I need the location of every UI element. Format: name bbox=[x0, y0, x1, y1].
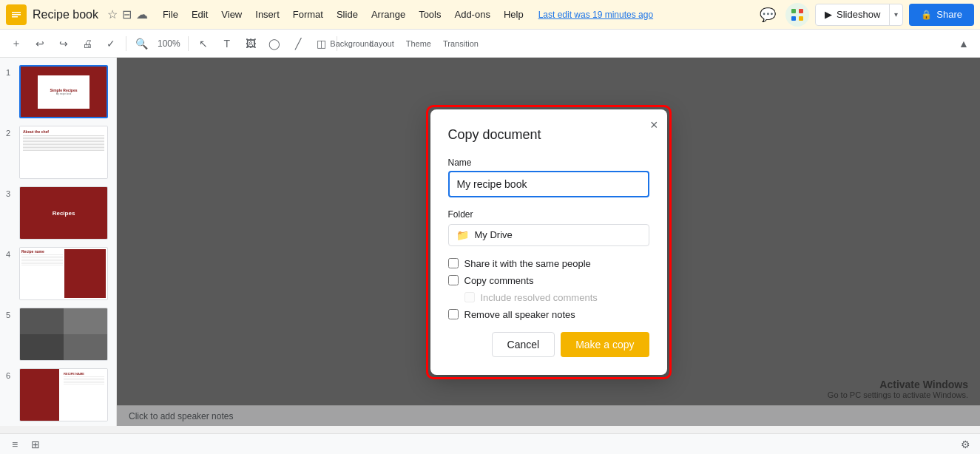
layout-button[interactable]: Layout bbox=[365, 33, 399, 54]
play-icon: ▶ bbox=[825, 9, 832, 20]
svg-rect-7 bbox=[799, 16, 803, 21]
slide-thumb-5[interactable]: 5 bbox=[0, 306, 116, 362]
slide-num-5: 5 bbox=[6, 308, 15, 319]
name-input[interactable] bbox=[448, 171, 649, 197]
toolbar-zoom-out-button[interactable]: 🔍 bbox=[131, 33, 152, 54]
menu-edit[interactable]: Edit bbox=[186, 6, 214, 23]
share-button[interactable]: 🔒 Share bbox=[909, 4, 974, 26]
slide-thumb-4[interactable]: 4 Recipe name bbox=[0, 245, 116, 302]
slide-list-view-button[interactable]: ≡ bbox=[6, 436, 24, 453]
toolbar-textbox-button[interactable]: T bbox=[217, 33, 237, 54]
toolbar-redo-button[interactable]: ↪ bbox=[53, 33, 74, 54]
app-icon bbox=[6, 4, 27, 25]
menu-format[interactable]: Format bbox=[287, 6, 329, 23]
share-label: Share bbox=[936, 9, 962, 20]
share-same-people-checkbox[interactable] bbox=[448, 258, 459, 268]
slide-preview-2[interactable]: About the chef bbox=[19, 126, 108, 179]
slide-num-2: 2 bbox=[6, 126, 15, 138]
bottom-right-area: ⚙ bbox=[956, 436, 974, 453]
svg-rect-2 bbox=[12, 14, 21, 16]
cancel-button[interactable]: Cancel bbox=[492, 332, 555, 357]
transition-button[interactable]: Transition bbox=[439, 33, 483, 54]
layout-label: Layout bbox=[370, 39, 394, 48]
toolbar-cursor-button[interactable]: ↖ bbox=[193, 33, 214, 54]
dialog-close-button[interactable]: × bbox=[650, 118, 658, 132]
menu-arrange[interactable]: Arrange bbox=[365, 6, 411, 23]
toolbar-separator-1 bbox=[126, 36, 126, 51]
menu-tools[interactable]: Tools bbox=[413, 6, 447, 23]
toolbar-image-button[interactable]: 🖼 bbox=[240, 33, 261, 54]
modal-overlay: Copy document × Name Folder 📁 My Drive S… bbox=[117, 58, 980, 426]
copy-comments-checkbox[interactable] bbox=[448, 275, 459, 285]
last-edit[interactable]: Last edit was 19 minutes ago bbox=[538, 10, 653, 20]
format-toolbar: ＋ ↩ ↪ 🖨 ✓ 🔍 100% ↖ T 🖼 ◯ ╱ ◫ Background … bbox=[0, 30, 980, 58]
slide-grid-view-button[interactable]: ⊞ bbox=[27, 436, 44, 453]
svg-rect-5 bbox=[799, 9, 803, 13]
slide-thumb-3[interactable]: 3 Recipes bbox=[0, 185, 116, 241]
top-bar-right: 💬 ▶ Slideshow ▾ 🔒 Share bbox=[756, 3, 974, 27]
toolbar-add-button[interactable]: ＋ bbox=[6, 33, 27, 54]
toolbar-print-button[interactable]: 🖨 bbox=[77, 33, 98, 54]
copy-comments-label[interactable]: Copy comments bbox=[464, 275, 534, 286]
transition-label: Transition bbox=[443, 39, 479, 48]
background-button[interactable]: Background bbox=[342, 33, 362, 54]
slide-num-3: 3 bbox=[6, 186, 15, 198]
include-resolved-comments-checkbox bbox=[464, 292, 475, 302]
toolbar-separator-2 bbox=[188, 36, 189, 51]
share-same-people-label[interactable]: Share it with the same people bbox=[464, 258, 591, 269]
cloud-icon: ☁ bbox=[136, 7, 148, 21]
toolbar-diagram-button[interactable]: ◫ bbox=[311, 33, 332, 54]
menu-help[interactable]: Help bbox=[498, 6, 530, 23]
canvas-area: Copy document × Name Folder 📁 My Drive S… bbox=[117, 58, 980, 426]
svg-rect-4 bbox=[791, 9, 796, 13]
bottom-bar: ≡ ⊞ ⚙ bbox=[0, 433, 980, 454]
slide-preview-6[interactable]: RECIPE NAME bbox=[19, 368, 108, 421]
include-resolved-comments-row: Include resolved comments bbox=[464, 292, 649, 303]
slide-thumb-6[interactable]: 6 RECIPE NAME bbox=[0, 367, 116, 423]
slide-thumb-2[interactable]: 2 About the chef bbox=[0, 124, 116, 180]
slide-num-4: 4 bbox=[6, 247, 15, 259]
slideshow-main[interactable]: ▶ Slideshow bbox=[816, 4, 890, 25]
folder-icon: 📁 bbox=[456, 229, 469, 241]
slide-preview-5[interactable] bbox=[19, 308, 108, 361]
theme-label: Theme bbox=[406, 39, 431, 48]
comment-button[interactable]: 💬 bbox=[756, 3, 780, 27]
slide-num-1: 1 bbox=[6, 65, 15, 77]
toolbar-line-button[interactable]: ╱ bbox=[288, 33, 308, 54]
settings-icon[interactable]: ⚙ bbox=[956, 436, 974, 453]
slide-num-6: 6 bbox=[6, 368, 15, 380]
google-apps-button[interactable] bbox=[785, 3, 809, 27]
slide-preview-1[interactable]: Simple Recipes My recipe book bbox=[19, 65, 108, 118]
slide-strip: 1 Simple Recipes My recipe book 2 About … bbox=[0, 58, 117, 426]
toolbar-spellcheck-button[interactable]: ✓ bbox=[101, 33, 121, 54]
slideshow-dropdown-chevron[interactable]: ▾ bbox=[890, 4, 902, 25]
theme-button[interactable]: Theme bbox=[402, 33, 436, 54]
menu-view[interactable]: View bbox=[215, 6, 248, 23]
folder-selector[interactable]: 📁 My Drive bbox=[448, 224, 649, 246]
toolbar-undo-button[interactable]: ↩ bbox=[30, 33, 50, 54]
slide-preview-4[interactable]: Recipe name bbox=[19, 247, 108, 300]
star-icon[interactable]: ☆ bbox=[107, 7, 118, 21]
dialog-title: Copy document bbox=[448, 127, 649, 143]
toolbar-shapes-button[interactable]: ◯ bbox=[264, 33, 285, 54]
toolbar-zoom-level: 100% bbox=[155, 38, 183, 49]
menu-slide[interactable]: Slide bbox=[331, 6, 364, 23]
grid-icon[interactable]: ⊟ bbox=[122, 7, 132, 21]
slideshow-button[interactable]: ▶ Slideshow ▾ bbox=[815, 4, 903, 26]
remove-speaker-notes-checkbox[interactable] bbox=[448, 309, 459, 319]
title-icons: ☆ ⊟ ☁ bbox=[107, 7, 148, 21]
menu-file[interactable]: File bbox=[157, 6, 184, 23]
svg-rect-3 bbox=[12, 16, 18, 18]
make-copy-button[interactable]: Make a copy bbox=[561, 332, 649, 357]
top-bar: Recipe book ☆ ⊟ ☁ File Edit View Insert … bbox=[0, 0, 980, 30]
slide-thumb-1[interactable]: 1 Simple Recipes My recipe book bbox=[0, 64, 116, 120]
menu-addons[interactable]: Add-ons bbox=[448, 6, 496, 23]
slide-preview-3[interactable]: Recipes bbox=[19, 186, 108, 240]
menu-insert[interactable]: Insert bbox=[249, 6, 285, 23]
copy-comments-row: Copy comments bbox=[448, 275, 649, 286]
remove-speaker-notes-label[interactable]: Remove all speaker notes bbox=[464, 309, 575, 320]
share-same-people-row: Share it with the same people bbox=[448, 258, 649, 269]
name-field-label: Name bbox=[448, 157, 649, 168]
dialog-actions: Cancel Make a copy bbox=[448, 332, 649, 357]
toolbar-collapse-button[interactable]: ▲ bbox=[953, 33, 974, 54]
